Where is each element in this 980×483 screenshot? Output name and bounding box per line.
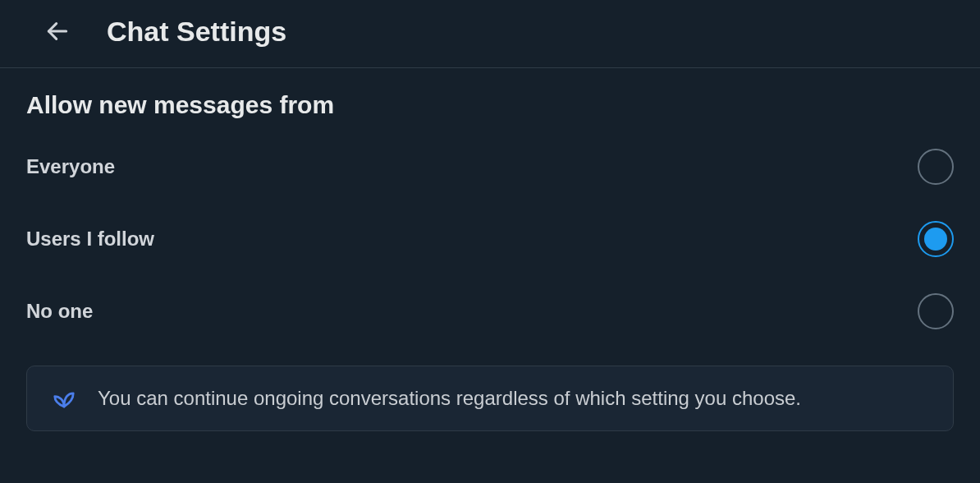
radio-button[interactable] [918,221,954,257]
radio-button[interactable] [918,293,954,329]
option-everyone[interactable]: Everyone [26,149,954,185]
info-text: You can continue ongoing conversations r… [98,387,801,410]
content: Allow new messages from Everyone Users I… [0,68,980,454]
back-button[interactable] [41,15,74,48]
option-label: Everyone [26,155,115,178]
option-no-one[interactable]: No one [26,293,954,329]
page-title: Chat Settings [107,16,286,48]
option-label: No one [26,300,93,323]
option-users-i-follow[interactable]: Users I follow [26,221,954,257]
radio-button[interactable] [918,149,954,185]
option-label: Users I follow [26,228,154,251]
info-box: You can continue ongoing conversations r… [26,366,954,431]
radio-inner [924,228,947,251]
arrow-left-icon [44,18,71,44]
section-heading: Allow new messages from [26,91,954,119]
sprout-icon [52,386,76,411]
header: Chat Settings [0,0,980,68]
